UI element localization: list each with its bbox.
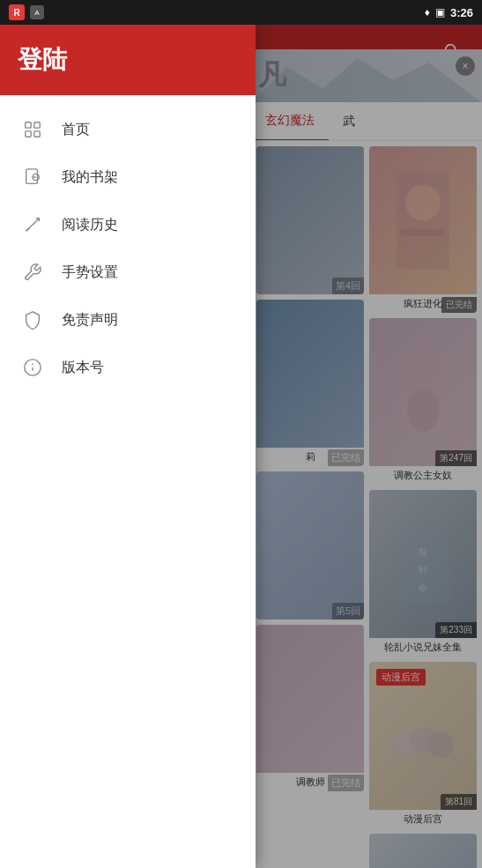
svg-rect-18: [34, 131, 40, 137]
book-icon: [21, 166, 44, 189]
grid-icon: [21, 118, 44, 141]
status-bar: R A ♦ ▣ 3:26: [0, 0, 482, 25]
app-icon-a: A: [30, 5, 44, 19]
status-right: ♦ ▣ 3:26: [425, 6, 473, 19]
sidebar-item-disclaimer[interactable]: 免责声明: [0, 296, 256, 344]
sidebar: 登陆 首页 我的书架: [0, 25, 256, 868]
sidebar-item-version[interactable]: 版本号: [0, 344, 256, 391]
info-icon: [21, 356, 44, 379]
sidebar-label-history: 阅读历史: [62, 216, 118, 234]
wifi-icon: ♦: [425, 6, 430, 19]
wrench-icon: [21, 261, 44, 284]
dim-overlay[interactable]: [256, 25, 482, 868]
svg-rect-15: [26, 122, 31, 128]
sidebar-menu: 首页 我的书架 阅读历史: [0, 95, 256, 402]
sidebar-item-history[interactable]: 阅读历史: [0, 201, 256, 249]
svg-rect-16: [34, 122, 40, 128]
svg-rect-17: [26, 131, 31, 137]
status-left: R A: [9, 4, 44, 20]
sidebar-item-gesture[interactable]: 手势设置: [0, 249, 256, 296]
sidebar-label-shelf: 我的书架: [62, 168, 118, 187]
shield-icon: [21, 308, 44, 331]
app-icon-r: R: [9, 4, 25, 20]
pen-icon: [21, 213, 44, 236]
sidebar-label-version: 版本号: [62, 359, 104, 377]
sidebar-header: 登陆: [0, 25, 256, 95]
svg-rect-19: [26, 169, 38, 184]
sidebar-item-shelf[interactable]: 我的书架: [0, 153, 256, 201]
sidebar-label-home: 首页: [62, 121, 90, 139]
signal-icon: ▣: [435, 6, 445, 19]
svg-line-23: [26, 228, 30, 232]
time-display: 3:26: [450, 6, 473, 19]
sidebar-item-home[interactable]: 首页: [0, 106, 256, 153]
sidebar-label-disclaimer: 免责声明: [62, 311, 118, 330]
sidebar-label-gesture: 手势设置: [62, 263, 118, 282]
sidebar-title: 登陆: [18, 43, 67, 77]
